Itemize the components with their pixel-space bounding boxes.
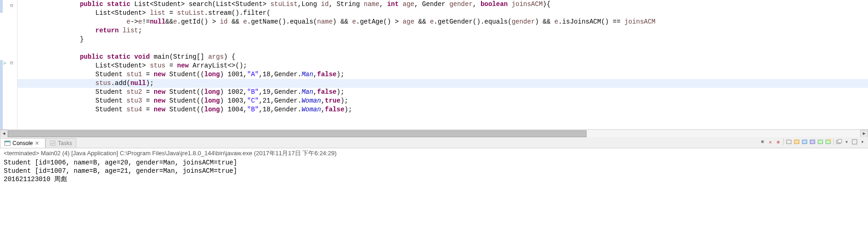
code-line[interactable]: }	[18, 35, 868, 44]
code-line[interactable]: List<Student> stus = new ArrayList<>();	[18, 61, 868, 70]
tab-label: Console	[12, 140, 33, 146]
scrollbar-thumb[interactable]	[8, 130, 587, 137]
pin-console-button[interactable]	[801, 138, 808, 146]
svg-rect-4	[794, 140, 799, 144]
svg-rect-5	[802, 140, 807, 144]
tasks-icon	[50, 140, 56, 146]
scrollbar-track[interactable]	[8, 130, 860, 137]
change-marker	[0, 60, 3, 129]
maximize-button[interactable]	[851, 138, 858, 146]
code-line[interactable]: public static void main(String[] args) {	[18, 53, 868, 61]
separator	[783, 139, 784, 145]
svg-rect-6	[810, 140, 815, 144]
minimize-button[interactable]	[835, 138, 843, 146]
code-line[interactable]: stus.add(null);	[18, 79, 868, 88]
code-line[interactable]: Student stu1 = new Student((long) 1001,"…	[18, 70, 868, 79]
code-line[interactable]: return list;	[18, 26, 868, 35]
remove-all-button[interactable]: ✻	[774, 138, 782, 146]
code-line[interactable]: e->e!=null&&e.getId() > id && e.getName(…	[18, 18, 868, 26]
remove-launch-button[interactable]: ✕	[767, 138, 774, 146]
dropdown-icon[interactable]: ▼	[859, 138, 866, 146]
editor-ruler: ⊟ ⊟ ▷	[0, 0, 18, 129]
clear-console-button[interactable]	[785, 138, 793, 146]
code-line[interactable]: Student stu4 = new Student((long) 1004,"…	[18, 105, 868, 114]
svg-rect-11	[838, 140, 842, 143]
svg-rect-9	[829, 139, 831, 141]
run-marker-icon[interactable]: ▷	[4, 60, 9, 66]
close-icon[interactable]: ✕	[35, 140, 41, 146]
new-console-button[interactable]	[824, 138, 832, 146]
terminate-button[interactable]: ■	[759, 138, 766, 146]
fold-toggle-icon[interactable]: ⊟	[10, 60, 16, 66]
code-line[interactable]: List<Student> list = stuList.stream().fi…	[18, 9, 868, 18]
console-status-line: <terminated> Main02 (4) [Java Applicatio…	[4, 149, 864, 158]
code-line[interactable]	[18, 44, 868, 53]
scroll-right-button[interactable]: ►	[860, 130, 868, 138]
svg-rect-7	[818, 140, 823, 144]
horizontal-scrollbar[interactable]: ◄ ►	[0, 129, 868, 137]
code-editor[interactable]: ⊟ ⊟ ▷ public static List<Student> search…	[0, 0, 868, 129]
scroll-lock-button[interactable]	[793, 138, 800, 146]
dropdown-icon[interactable]: ▼	[843, 138, 850, 146]
status-text: Main02 (4) [Java Application] C:\Program…	[41, 150, 337, 157]
change-marker	[0, 0, 3, 13]
console-toolbar: ■ ✕ ✻ ▼ ▼	[759, 138, 866, 146]
tab-tasks[interactable]: Tasks	[45, 138, 76, 148]
tab-console[interactable]: Console ✕	[0, 138, 45, 148]
svg-rect-1	[5, 141, 10, 142]
svg-rect-12	[852, 140, 857, 144]
status-prefix: <terminated>	[4, 150, 41, 157]
console-view: <terminated> Main02 (4) [Java Applicatio…	[0, 148, 868, 184]
code-content[interactable]: public static List<Student> search(List<…	[18, 0, 868, 129]
fold-toggle-icon[interactable]: ⊟	[10, 3, 16, 8]
open-console-button[interactable]	[817, 138, 824, 146]
scroll-left-button[interactable]: ◄	[0, 130, 8, 138]
separator	[833, 139, 834, 145]
code-line[interactable]: Student stu3 = new Student((long) 1003,"…	[18, 97, 868, 105]
code-line[interactable]: public static List<Student> search(List<…	[18, 0, 868, 9]
svg-rect-3	[787, 140, 791, 144]
display-selected-button[interactable]	[809, 138, 816, 146]
console-output[interactable]: Student [id=1006, name=B, age=20, gender…	[4, 158, 864, 183]
tab-label: Tasks	[58, 140, 72, 146]
bottom-tabs-bar: Console ✕ Tasks ■ ✕ ✻ ▼ ▼	[0, 137, 868, 148]
console-icon	[4, 140, 11, 146]
code-line[interactable]: Student stu2 = new Student((long) 1002,"…	[18, 88, 868, 97]
